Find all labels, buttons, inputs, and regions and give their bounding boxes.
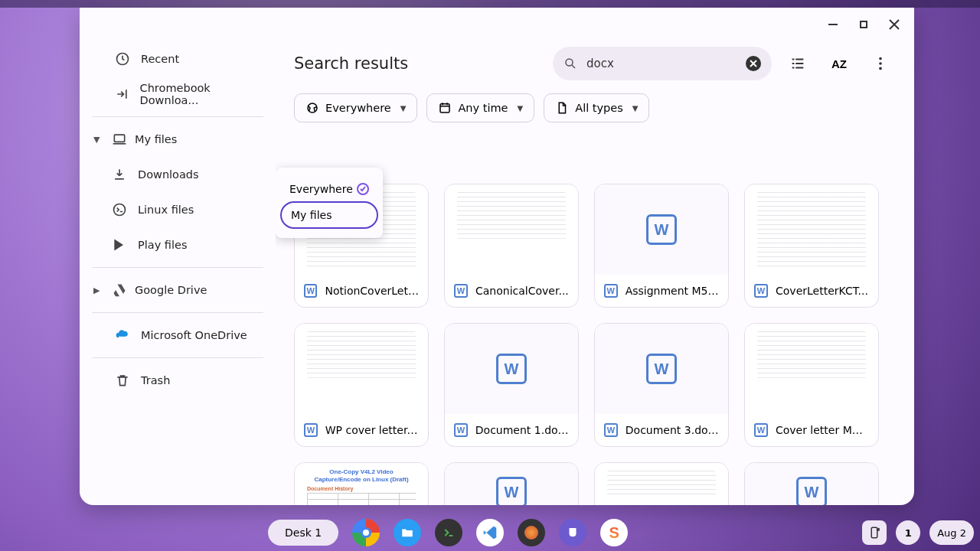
minimize-button[interactable]	[821, 12, 845, 37]
location-option-my-files[interactable]: My files	[280, 201, 378, 229]
chrome-icon	[361, 527, 371, 538]
file-name: Assignment M5....	[626, 285, 719, 297]
filter-time[interactable]: Any time ▼	[426, 93, 534, 122]
maximize-icon	[860, 21, 867, 28]
word-icon: W	[496, 477, 527, 505]
list-view-button[interactable]	[782, 48, 813, 79]
vscode-icon	[482, 524, 498, 541]
file-card[interactable]: WCoverLetterKCT...	[744, 184, 879, 308]
file-name: CoverLetterKCT...	[776, 285, 868, 297]
phone-hub-icon	[867, 526, 881, 540]
app-pinned-1[interactable]	[518, 519, 545, 546]
sidebar-label: Trash	[141, 374, 170, 386]
chevron-down-icon: ▼	[400, 104, 407, 112]
app-terminal[interactable]	[435, 519, 462, 546]
word-icon: W	[754, 423, 768, 437]
file-name: CanonicalCover...	[475, 285, 569, 297]
app-mastodon[interactable]	[559, 519, 586, 546]
sidebar-item-my-files[interactable]: ▼ My files	[92, 122, 263, 157]
mastodon-icon	[566, 526, 580, 540]
chevron-down-icon: ▼	[93, 135, 104, 145]
app-vscode[interactable]	[476, 519, 504, 546]
main-pane: Search results AZ Everywhere ▼	[276, 41, 914, 505]
sidebar-label: Chromebook Downloa...	[140, 82, 259, 106]
status-area[interactable]: 1 Aug 2	[862, 520, 974, 545]
search-input[interactable]	[586, 57, 737, 70]
file-icon	[555, 101, 569, 115]
file-card[interactable]: WWDocument 1.docx	[444, 323, 579, 447]
close-icon	[750, 60, 757, 67]
files-window: Recent Chromebook Downloa... ▼ My files …	[80, 8, 914, 505]
results-grid: WNotionCoverLett...WCanonicalCover...WWA…	[294, 184, 896, 505]
svg-point-5	[879, 62, 882, 65]
desk-switcher[interactable]: Desk 1	[268, 520, 338, 546]
close-icon	[889, 19, 900, 30]
trash-icon	[115, 373, 130, 388]
list-view-icon	[789, 55, 806, 72]
notification-count[interactable]: 1	[896, 520, 920, 545]
file-card[interactable]: W	[444, 462, 579, 505]
play-store-icon	[112, 237, 127, 253]
file-card[interactable]: W	[744, 462, 879, 505]
file-name: Document 1.docx	[475, 424, 569, 436]
svg-rect-9	[871, 527, 877, 538]
svg-point-6	[879, 67, 882, 70]
sidebar-label: Play files	[138, 239, 188, 251]
file-name: Cover letter MC...	[776, 424, 869, 436]
word-icon: W	[496, 354, 527, 384]
word-icon: W	[754, 284, 768, 298]
word-icon: W	[646, 214, 677, 245]
filter-chips: Everywhere ▼ Any time ▼ All types ▼	[294, 93, 896, 122]
file-card[interactable]: WWDocument 3.docx	[594, 323, 729, 447]
app-pinned-2[interactable]: S	[600, 519, 628, 546]
sidebar-item-onedrive[interactable]: Microsoft OneDrive	[92, 318, 263, 353]
file-card[interactable]	[594, 462, 729, 505]
sort-button[interactable]: AZ	[824, 48, 854, 79]
clock-icon	[115, 51, 130, 67]
chevron-down-icon: ▼	[518, 104, 524, 112]
check-circle-icon	[357, 183, 369, 195]
document-thumbnail	[307, 331, 416, 406]
download-icon	[112, 167, 127, 182]
file-card[interactable]: One-Copy V4L2 VideoCapture/Encode on Lin…	[294, 462, 429, 505]
sidebar-label: Linux files	[138, 204, 194, 216]
sidebar-label: Recent	[141, 53, 179, 65]
file-card[interactable]: WWAssignment M5....	[594, 184, 729, 308]
word-icon: W	[454, 423, 468, 437]
date-display[interactable]: Aug 2	[929, 520, 974, 545]
sidebar-item-play-files[interactable]: Play files	[92, 227, 263, 262]
maximize-button[interactable]	[851, 12, 876, 37]
sidebar-item-chromebook-downloads[interactable]: Chromebook Downloa...	[92, 77, 263, 112]
sidebar-item-recent[interactable]: Recent	[92, 41, 263, 77]
more-button[interactable]	[865, 48, 896, 79]
clear-search-button[interactable]	[746, 56, 761, 71]
close-button[interactable]	[882, 12, 906, 37]
sidebar: Recent Chromebook Downloa... ▼ My files …	[80, 41, 276, 505]
file-card[interactable]: WCover letter MC...	[744, 323, 879, 447]
shelf: Desk 1 S 1 Aug 2	[0, 514, 980, 551]
sort-az-icon: AZ	[831, 57, 847, 70]
folder-icon	[400, 526, 414, 540]
sidebar-item-downloads[interactable]: Downloads	[92, 157, 263, 192]
search-field[interactable]	[553, 47, 772, 80]
app-icon: S	[609, 524, 619, 542]
file-card[interactable]: WCanonicalCover...	[444, 184, 579, 308]
file-card[interactable]: WWP cover letter....	[294, 323, 429, 447]
sidebar-item-linux-files[interactable]: Linux files	[92, 192, 263, 227]
word-icon: W	[604, 284, 618, 298]
phone-hub-button[interactable]	[862, 520, 887, 545]
document-thumbnail	[607, 471, 716, 505]
sidebar-label: Google Drive	[135, 284, 207, 296]
sidebar-label: My files	[135, 133, 177, 145]
filter-location[interactable]: Everywhere ▼	[294, 93, 417, 122]
sidebar-label: Downloads	[138, 168, 199, 181]
filter-type[interactable]: All types ▼	[544, 93, 649, 122]
app-chrome[interactable]	[352, 519, 380, 546]
file-name: NotionCoverLett...	[325, 285, 419, 297]
sidebar-item-trash[interactable]: Trash	[92, 363, 263, 398]
word-icon: W	[646, 354, 677, 384]
laptop-icon	[112, 132, 127, 147]
app-files[interactable]	[394, 519, 421, 546]
location-option-everywhere[interactable]: Everywhere	[280, 177, 378, 201]
sidebar-item-google-drive[interactable]: ▶ Google Drive	[92, 272, 263, 308]
